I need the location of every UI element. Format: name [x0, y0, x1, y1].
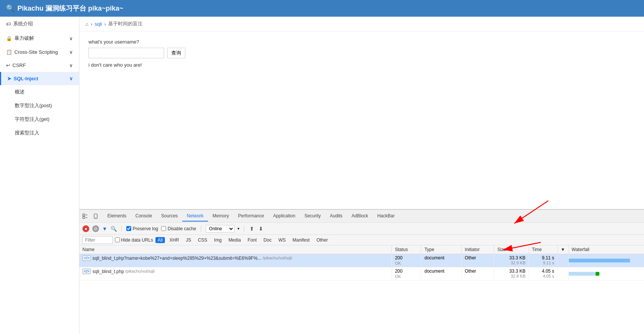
- tab-adblock[interactable]: AdBlock: [347, 211, 373, 222]
- filter-type-font[interactable]: Font: [245, 237, 259, 243]
- col-type[interactable]: Type: [421, 245, 462, 254]
- download-icon[interactable]: ⬇: [258, 226, 264, 232]
- preserve-log-checkbox[interactable]: Preserve log: [126, 226, 158, 231]
- tab-audits[interactable]: Audits: [325, 211, 347, 222]
- col-time[interactable]: Time: [529, 245, 557, 254]
- tab-security[interactable]: Security: [300, 211, 325, 222]
- col-size[interactable]: Size: [494, 245, 529, 254]
- size-secondary: 32.8 KB: [497, 274, 525, 278]
- hide-data-urls-checkbox[interactable]: Hide data URLs: [115, 237, 153, 243]
- cell-status: 200OK: [392, 254, 421, 267]
- cell-type: document: [421, 254, 462, 267]
- tab-performance[interactable]: Performance: [233, 211, 268, 222]
- time-primary: 9.11 s: [532, 255, 554, 261]
- sidebar-item-xss[interactable]: 📋 Cross-Site Scripting ∨: [0, 45, 79, 59]
- preserve-log-input[interactable]: [126, 226, 131, 231]
- sub-label-search: 搜索型注入: [15, 130, 39, 136]
- sidebar-item-csrf[interactable]: ↩ CSRF ∨: [0, 59, 79, 72]
- network-table-wrap[interactable]: Name Status Type Initiator Size Time ▼ W…: [79, 245, 644, 334]
- status-code: 200: [395, 268, 418, 274]
- chevron-down-icon: ∨: [69, 36, 73, 41]
- sidebar-label-xss: Cross-Site Scripting: [14, 49, 58, 55]
- breadcrumb-sep1: ›: [91, 21, 92, 27]
- col-waterfall[interactable]: Waterfall: [568, 245, 644, 254]
- table-row[interactable]: </> sqli_blind_t.php?name=kobe%27+and+sl…: [79, 254, 644, 267]
- stop-button[interactable]: ⊘: [92, 225, 99, 232]
- tab-memory[interactable]: Memory: [208, 211, 233, 222]
- sidebar-label-sql-inject: SQL-Inject: [14, 76, 38, 81]
- filter-type-js[interactable]: JS: [183, 237, 193, 243]
- filter-type-img[interactable]: Img: [212, 237, 224, 243]
- record-button[interactable]: ●: [82, 225, 89, 232]
- username-input[interactable]: [88, 48, 164, 58]
- sidebar-item-sql-inject[interactable]: ➤ SQL-Inject ∨: [0, 72, 79, 85]
- col-sort[interactable]: ▼: [557, 245, 568, 254]
- col-name[interactable]: Name: [79, 245, 392, 254]
- disable-cache-checkbox[interactable]: Disable cache: [161, 226, 196, 231]
- hide-data-urls-input[interactable]: [115, 237, 120, 242]
- chevron-down-icon-xss: ∨: [69, 49, 73, 55]
- upload-icon[interactable]: ⬆: [249, 226, 255, 232]
- sub-label-overview: 概述: [15, 89, 25, 95]
- cell-status: 200OK: [392, 267, 421, 281]
- size-primary: 33.3 KB: [497, 268, 525, 274]
- filter-type-other[interactable]: Other: [314, 237, 330, 243]
- title-bar: 🔍 Pikachu 漏洞练习平台 pika~pika~: [0, 0, 644, 17]
- disable-cache-input[interactable]: [161, 226, 166, 231]
- sidebar-label-brute-force: 暴力破解: [14, 35, 34, 42]
- filter-type-all[interactable]: All: [155, 237, 165, 243]
- waterfall-bar: [569, 259, 630, 262]
- cell-sort: [557, 254, 568, 267]
- sidebar-sub-item-string-get[interactable]: 字符型注入(get): [0, 112, 79, 126]
- sidebar-sub-item-search[interactable]: 搜索型注入: [0, 126, 79, 140]
- sidebar-item-brute-force[interactable]: 🔒 暴力破解 ∨: [0, 31, 79, 45]
- filter-icon[interactable]: ▼: [102, 226, 107, 232]
- throttle-select[interactable]: Online Fast 3G Slow 3G Offline: [206, 225, 234, 233]
- filter-type-doc[interactable]: Doc: [261, 237, 274, 243]
- filter-type-xhr[interactable]: XHR: [167, 237, 181, 243]
- tab-network[interactable]: Network: [182, 211, 208, 222]
- cell-name: </> sqli_blind_t.php /pikachu/vul/sqli: [79, 267, 392, 281]
- content-area: ⌂ › sqli › 基于时间的盲注 what's your username?…: [79, 17, 644, 334]
- tab-sources[interactable]: Sources: [157, 211, 182, 222]
- tab-application[interactable]: Application: [268, 211, 300, 222]
- col-initiator[interactable]: Initiator: [462, 245, 494, 254]
- app-title: Pikachu 漏洞练习平台 pika~pika~: [17, 4, 123, 13]
- cell-waterfall: [568, 267, 644, 281]
- filter-type-ws[interactable]: WS: [276, 237, 288, 243]
- table-header-row: Name Status Type Initiator Size Time ▼ W…: [79, 245, 644, 254]
- tab-elements[interactable]: Elements: [103, 211, 131, 222]
- cell-name: </> sqli_blind_t.php?name=kobe%27+and+sl…: [79, 254, 392, 267]
- cell-waterfall: [568, 254, 644, 267]
- chevron-down-icon-sql: ∨: [69, 76, 73, 81]
- tag-icon: 🏷: [6, 21, 11, 27]
- sidebar-sub-item-overview[interactable]: 概述: [0, 85, 79, 99]
- breadcrumb-parent[interactable]: sqli: [95, 21, 102, 27]
- size-secondary: 32.9 KB: [497, 261, 525, 265]
- filter-type-media[interactable]: Media: [226, 237, 243, 243]
- filter-type-manifest[interactable]: Manifest: [290, 237, 312, 243]
- clipboard-icon: 📋: [6, 49, 12, 55]
- time-secondary: 4.05 s: [532, 274, 554, 278]
- toolbar-separator: [121, 226, 122, 232]
- time-primary: 4.05 s: [532, 268, 554, 274]
- tab-hackbar[interactable]: HackBar: [373, 211, 399, 222]
- inspect-element-icon[interactable]: [81, 212, 89, 220]
- tab-console[interactable]: Console: [131, 211, 157, 222]
- lock-icon: 🔒: [6, 36, 12, 41]
- cell-initiator: Other: [462, 267, 494, 281]
- home-icon[interactable]: ⌂: [85, 21, 88, 27]
- col-status[interactable]: Status: [392, 245, 421, 254]
- query-button[interactable]: 查询: [167, 48, 185, 58]
- breadcrumb-sep2: ›: [104, 21, 106, 27]
- table-row[interactable]: </> sqli_blind_t.php /pikachu/vul/sqli 2…: [79, 267, 644, 281]
- device-toolbar-icon[interactable]: [92, 212, 100, 220]
- filter-input[interactable]: [82, 236, 113, 244]
- network-table-body: </> sqli_blind_t.php?name=kobe%27+and+sl…: [79, 254, 644, 281]
- sidebar-sub-item-numeric-post[interactable]: 数字型注入(post): [0, 99, 79, 112]
- sidebar-item-sys-intro[interactable]: 🏷 系统介绍: [0, 17, 79, 31]
- toolbar-separator2: [201, 226, 201, 232]
- filter-type-css[interactable]: CSS: [196, 237, 209, 243]
- cell-size: 33.3 KB32.8 KB: [494, 267, 529, 281]
- search-icon[interactable]: 🔍: [110, 226, 117, 232]
